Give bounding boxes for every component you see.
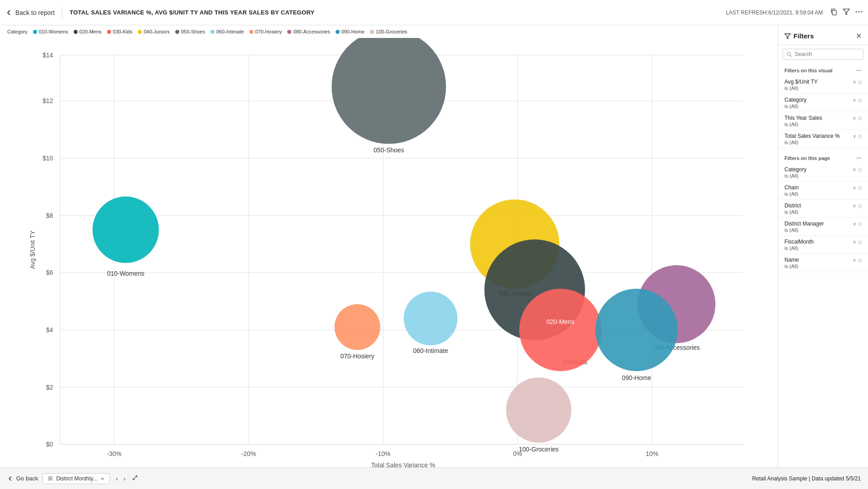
- page-filter-item[interactable]: District ∨ ◇ is (All): [778, 200, 868, 218]
- filter-expand-icon[interactable]: ∨: [853, 97, 856, 103]
- page-filter-item[interactable]: Name ∨ ◇ is (All): [778, 254, 868, 272]
- svg-text:10%: 10%: [646, 450, 658, 457]
- data-updated-label: Data updated 5/5/21: [812, 475, 861, 482]
- filters-header: Filters ✕: [778, 25, 868, 45]
- page-filter-item[interactable]: District Manager ∨ ◇ is (All): [778, 218, 868, 236]
- back-to-report-link[interactable]: Back to report: [5, 9, 55, 16]
- filter-icon[interactable]: [843, 8, 850, 17]
- legend-label-mens: 020-Mens: [79, 29, 102, 34]
- bottom-right: Retail Analysis Sample | Data updated 5/…: [752, 475, 861, 482]
- svg-text:010-Womens: 010-Womens: [107, 270, 145, 277]
- visual-filter-item[interactable]: Avg $/Unit TY ∨ ◇ is (All): [778, 76, 868, 94]
- visual-filters-section-label: Filters on this visual ···: [778, 63, 868, 76]
- top-bar-divider: [62, 7, 62, 18]
- svg-text:$6: $6: [46, 269, 53, 276]
- filter-clear-icon[interactable]: ◇: [858, 97, 862, 103]
- back-to-report-label: Back to report: [15, 9, 55, 16]
- top-bar: Back to report TOTAL SALES VARIANCE %, A…: [0, 0, 868, 25]
- more-options-icon[interactable]: [855, 8, 863, 17]
- bubble-hosiery[interactable]: [335, 304, 380, 350]
- filter-clear-icon[interactable]: ◇: [858, 203, 862, 209]
- svg-text:-20%: -20%: [241, 450, 256, 457]
- go-back-btn[interactable]: Go back: [7, 475, 38, 482]
- filter-clear-icon[interactable]: ◇: [858, 239, 862, 245]
- svg-rect-0: [832, 10, 836, 15]
- page-filter-item[interactable]: FiscalMonth ∨ ◇ is (All): [778, 236, 868, 254]
- legend-dot-intimate: [210, 30, 215, 34]
- bubble-home[interactable]: [595, 289, 677, 371]
- svg-point-2: [856, 11, 857, 13]
- page-filter-item[interactable]: Chain ∨ ◇ is (All): [778, 182, 868, 200]
- chart-area: Category 010-Womens 020-Mens 030-Kids 04…: [0, 25, 778, 467]
- bubble-womens[interactable]: [93, 197, 159, 263]
- bottom-bar: Go back District Monthly... ‹ › Retail A…: [0, 467, 868, 489]
- legend-item-juniors: 040-Juniors: [138, 29, 169, 34]
- filter-expand-icon[interactable]: ∨: [853, 133, 856, 139]
- chart-legend: Category 010-Womens 020-Mens 030-Kids 04…: [0, 25, 778, 38]
- filters-search-box[interactable]: [783, 49, 863, 60]
- filter-expand-icon[interactable]: ∨: [853, 185, 856, 191]
- legend-item-hosiery: 070-Hosiery: [249, 29, 282, 34]
- legend-dot-accessories: [287, 30, 291, 34]
- svg-text:090-Home: 090-Home: [622, 374, 651, 381]
- svg-text:$12: $12: [42, 97, 53, 104]
- visual-filter-item[interactable]: Category ∨ ◇ is (All): [778, 94, 868, 112]
- svg-marker-45: [785, 33, 790, 38]
- filter-clear-icon[interactable]: ◇: [858, 257, 862, 263]
- bubble-intimate[interactable]: [404, 292, 457, 345]
- bubble-mens[interactable]: [519, 289, 602, 371]
- top-bar-left: Back to report TOTAL SALES VARIANCE %, A…: [5, 7, 314, 18]
- nav-next-btn[interactable]: ›: [121, 473, 127, 484]
- filter-expand-icon[interactable]: ∨: [853, 257, 856, 263]
- tab-area: District Monthly...: [42, 473, 109, 484]
- bubble-groceries[interactable]: [506, 377, 571, 442]
- go-back-arrow-icon: [7, 475, 14, 482]
- filter-expand-icon[interactable]: ∨: [853, 115, 856, 121]
- page-filter-item[interactable]: Category ∨ ◇ is (All): [778, 164, 868, 182]
- chart-title: TOTAL SALES VARIANCE %, AVG $/UNIT TY AN…: [70, 9, 314, 16]
- legend-item-home: 090-Home: [336, 29, 364, 34]
- visual-filters-list: Avg $/Unit TY ∨ ◇ is (All) Category ∨ ◇ …: [778, 76, 868, 148]
- visual-filter-item[interactable]: This Year Sales ∨ ◇ is (All): [778, 112, 868, 130]
- bottom-left: Go back District Monthly... ‹ ›: [7, 473, 138, 484]
- filters-close-btn[interactable]: ✕: [856, 32, 862, 40]
- svg-text:Total Sales Variance %: Total Sales Variance %: [371, 461, 435, 467]
- filter-clear-icon[interactable]: ◇: [858, 115, 862, 121]
- svg-text:$2: $2: [46, 384, 53, 391]
- bubble-shoes[interactable]: [331, 38, 446, 144]
- go-back-label: Go back: [16, 475, 38, 482]
- legend-label-intimate: 060-Intimate: [216, 29, 244, 34]
- filter-clear-icon[interactable]: ◇: [858, 221, 862, 227]
- page-filters-more[interactable]: ···: [856, 155, 862, 162]
- legend-label-home: 090-Home: [341, 29, 364, 34]
- filters-title-label: Filters: [793, 32, 814, 40]
- legend-dot-groceries: [370, 30, 374, 34]
- svg-text:$8: $8: [46, 212, 53, 219]
- tab-label: District Monthly...: [56, 475, 97, 482]
- visual-filter-item[interactable]: Total Sales Variance % ∨ ◇ is (All): [778, 130, 868, 148]
- filter-expand-icon[interactable]: ∨: [853, 203, 856, 209]
- svg-point-46: [787, 52, 790, 55]
- district-monthly-tab[interactable]: District Monthly...: [42, 473, 109, 484]
- visual-filters-more[interactable]: ···: [856, 67, 862, 74]
- filter-expand-icon[interactable]: ∨: [853, 221, 856, 227]
- search-icon: [787, 52, 792, 57]
- expand-btn[interactable]: [132, 475, 138, 482]
- svg-text:-30%: -30%: [107, 450, 122, 457]
- filter-expand-icon[interactable]: ∨: [853, 239, 856, 245]
- filter-expand-icon[interactable]: ∨: [853, 167, 856, 173]
- last-refresh-label: LAST REFRESH:6/12/2021, 9:59:04 AM: [726, 9, 823, 16]
- copy-icon[interactable]: [830, 8, 837, 17]
- filter-clear-icon[interactable]: ◇: [858, 185, 862, 191]
- legend-label-groceries: 100-Groceries: [376, 29, 407, 34]
- report-name-label: Retail Analysis Sample: [752, 475, 807, 482]
- filter-clear-icon[interactable]: ◇: [858, 133, 862, 139]
- legend-dot-womens: [33, 30, 37, 34]
- filters-search-input[interactable]: [795, 51, 859, 57]
- filter-clear-icon[interactable]: ◇: [858, 167, 862, 173]
- filter-expand-icon[interactable]: ∨: [853, 79, 856, 85]
- legend-dot-hosiery: [249, 30, 253, 34]
- filter-clear-icon[interactable]: ◇: [858, 79, 862, 85]
- page-filters-section-label: Filters on this page ···: [778, 151, 868, 164]
- nav-prev-btn[interactable]: ‹: [114, 473, 120, 484]
